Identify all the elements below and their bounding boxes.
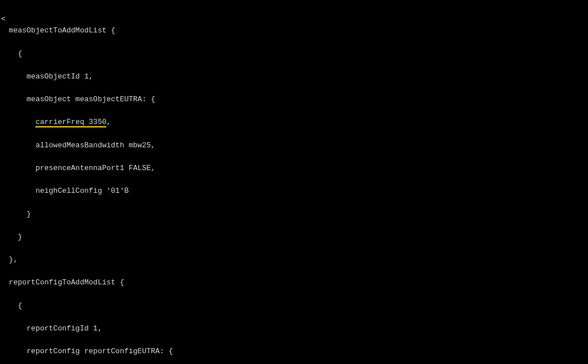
code-line: reportConfigToAddModList { [0,277,588,288]
code-line: presenceAntennaPort1 FALSE, [0,163,588,174]
code-line: measObjectToAddModList { [0,25,588,36]
highlight-carrier-freq: carrierFreq 3350 [35,118,106,127]
code-line: measObjectId 1, [0,71,588,82]
code-line: { [0,300,588,312]
code-line: { [0,48,588,60]
code-line: reportConfigId 1, [0,323,588,334]
code-line: measObject measObjectEUTRA: { [0,94,588,105]
code-line: allowedMeasBandwidth mbw25, [0,140,588,151]
code-line: } [0,209,588,220]
code-block: < measObjectToAddModList { { measObjectI… [0,0,588,364]
code-line: }, [0,254,588,266]
trailing: , [106,118,111,126]
code-line: carrierFreq 3350, [0,117,588,128]
indent [0,118,35,126]
code-line: } [0,231,588,243]
marker: < [0,15,6,23]
code-line: reportConfig reportConfigEUTRA: { [0,346,588,357]
code-line: neighCellConfig '01'B [0,185,588,197]
